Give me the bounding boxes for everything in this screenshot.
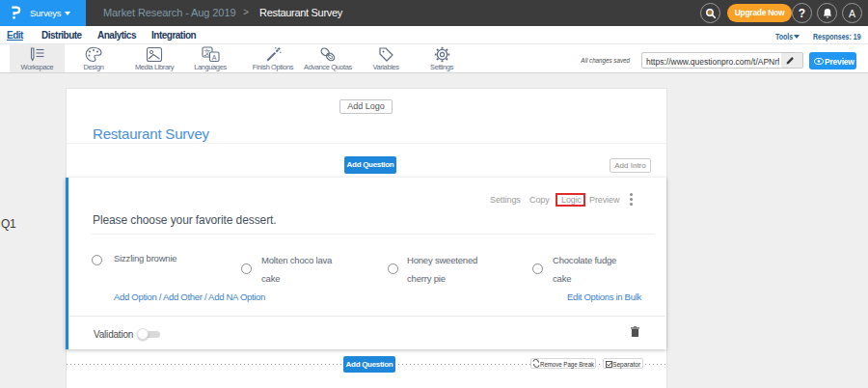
svg-text:A: A (212, 54, 217, 61)
